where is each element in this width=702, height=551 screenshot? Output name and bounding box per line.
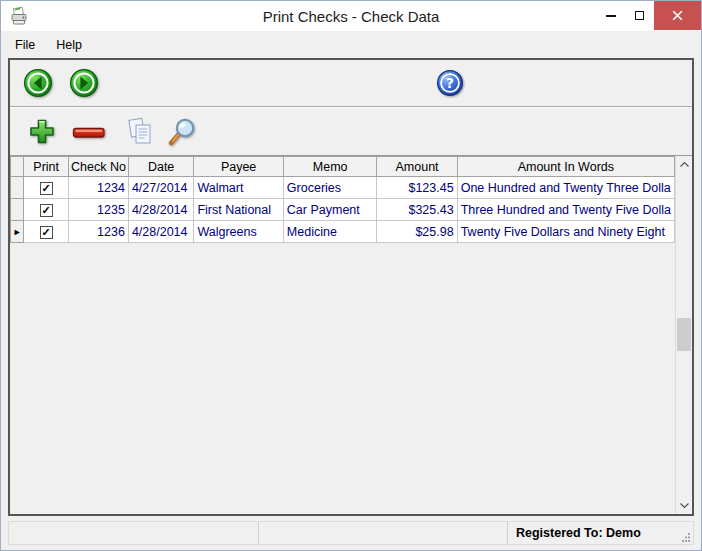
status-panel-1 bbox=[9, 522, 259, 544]
plus-icon bbox=[28, 117, 56, 147]
cell-amount[interactable]: $325.43 bbox=[377, 199, 457, 221]
cell-checkno[interactable]: 1235 bbox=[68, 199, 128, 221]
statusbar: Registered To: Demo bbox=[8, 521, 694, 545]
minus-icon bbox=[72, 117, 106, 147]
copy-pages-icon bbox=[125, 117, 155, 147]
cell-memo[interactable]: Medicine bbox=[283, 221, 377, 243]
table-row[interactable]: ✓ 1234 4/27/2014 Walmart Groceries $123.… bbox=[11, 177, 675, 199]
menu-help[interactable]: Help bbox=[54, 36, 84, 54]
print-checkbox[interactable]: ✓ bbox=[40, 204, 53, 217]
cell-payee[interactable]: Walgreens bbox=[194, 221, 283, 243]
cell-checkno[interactable]: 1234 bbox=[68, 177, 128, 199]
magnifier-icon bbox=[166, 116, 198, 148]
col-header-payee[interactable]: Payee bbox=[194, 157, 283, 177]
chevron-up-icon bbox=[680, 162, 689, 167]
scroll-up-button[interactable] bbox=[676, 156, 692, 173]
navigation-toolbar: ? bbox=[10, 60, 692, 107]
cell-memo[interactable]: Car Payment bbox=[283, 199, 377, 221]
cell-checkno[interactable]: 1236 bbox=[68, 221, 128, 243]
table-row[interactable]: ► ✓ 1236 4/28/2014 Walgreens Medicine $2… bbox=[11, 221, 675, 243]
col-header-print[interactable]: Print bbox=[24, 157, 69, 177]
maximize-button[interactable] bbox=[625, 1, 654, 30]
row-selector: ► bbox=[11, 221, 24, 243]
grid-area: Print Check No Date Payee Memo Amount Am… bbox=[10, 156, 692, 514]
row-selector bbox=[11, 199, 24, 221]
close-button[interactable] bbox=[654, 1, 701, 30]
col-header-date[interactable]: Date bbox=[128, 157, 194, 177]
status-registered: Registered To: Demo bbox=[508, 522, 693, 544]
cell-date[interactable]: 4/28/2014 bbox=[128, 221, 194, 243]
search-button[interactable] bbox=[166, 116, 198, 148]
chevron-down-icon bbox=[680, 503, 689, 508]
col-header-memo[interactable]: Memo bbox=[283, 157, 377, 177]
vertical-scrollbar[interactable] bbox=[675, 156, 692, 514]
add-button[interactable] bbox=[28, 117, 56, 147]
cell-words[interactable]: One Hundred and Twenty Three Dolla bbox=[457, 177, 674, 199]
copy-button[interactable] bbox=[125, 117, 155, 147]
svg-text:?: ? bbox=[446, 75, 454, 91]
menu-file[interactable]: File bbox=[13, 36, 37, 54]
menubar: File Help bbox=[1, 31, 701, 58]
status-panel-2 bbox=[259, 522, 508, 544]
check-data-grid: Print Check No Date Payee Memo Amount Am… bbox=[10, 156, 675, 514]
cell-words[interactable]: Three Hundred and Twenty Five Dolla bbox=[457, 199, 674, 221]
cell-date[interactable]: 4/28/2014 bbox=[128, 199, 194, 221]
cell-memo[interactable]: Groceries bbox=[283, 177, 377, 199]
scroll-down-button[interactable] bbox=[676, 497, 692, 514]
app-window: Print Checks - Check Data File Help bbox=[0, 0, 702, 551]
help-question-icon: ? bbox=[436, 69, 464, 97]
delete-button[interactable] bbox=[72, 117, 106, 147]
cell-amount[interactable]: $25.98 bbox=[377, 221, 457, 243]
col-header-amount[interactable]: Amount bbox=[377, 157, 457, 177]
back-arrow-icon bbox=[23, 68, 53, 98]
edit-toolbar bbox=[10, 107, 692, 156]
titlebar: Print Checks - Check Data bbox=[1, 1, 701, 31]
print-checkbox[interactable]: ✓ bbox=[40, 226, 53, 239]
scrollbar-thumb[interactable] bbox=[677, 318, 691, 351]
selector-header bbox=[11, 157, 24, 177]
forward-arrow-icon bbox=[69, 68, 99, 98]
close-icon bbox=[672, 10, 683, 21]
content-panel: ? bbox=[8, 58, 694, 516]
registered-to-text: Registered To: Demo bbox=[516, 526, 641, 540]
grid-header-row: Print Check No Date Payee Memo Amount Am… bbox=[11, 157, 675, 177]
scrollbar-track[interactable] bbox=[676, 173, 692, 497]
cell-payee[interactable]: First National bbox=[194, 199, 283, 221]
cell-date[interactable]: 4/27/2014 bbox=[128, 177, 194, 199]
table-row[interactable]: ✓ 1235 4/28/2014 First National Car Paym… bbox=[11, 199, 675, 221]
cell-amount[interactable]: $123.45 bbox=[377, 177, 457, 199]
maximize-icon bbox=[635, 11, 644, 20]
minimize-icon bbox=[606, 15, 616, 17]
printer-icon bbox=[9, 6, 29, 26]
col-header-checkno[interactable]: Check No bbox=[68, 157, 128, 177]
col-header-words[interactable]: Amount In Words bbox=[457, 157, 674, 177]
help-button[interactable]: ? bbox=[436, 69, 464, 97]
minimize-button[interactable] bbox=[596, 1, 625, 30]
resize-grip-icon[interactable] bbox=[681, 532, 691, 542]
forward-button[interactable] bbox=[69, 68, 99, 98]
window-controls bbox=[596, 1, 701, 30]
row-selector bbox=[11, 177, 24, 199]
back-button[interactable] bbox=[23, 68, 53, 98]
print-checkbox[interactable]: ✓ bbox=[40, 182, 53, 195]
cell-payee[interactable]: Walmart bbox=[194, 177, 283, 199]
current-row-arrow-icon: ► bbox=[13, 227, 22, 237]
cell-words[interactable]: Twenty Five Dollars and Ninety Eight bbox=[457, 221, 674, 243]
